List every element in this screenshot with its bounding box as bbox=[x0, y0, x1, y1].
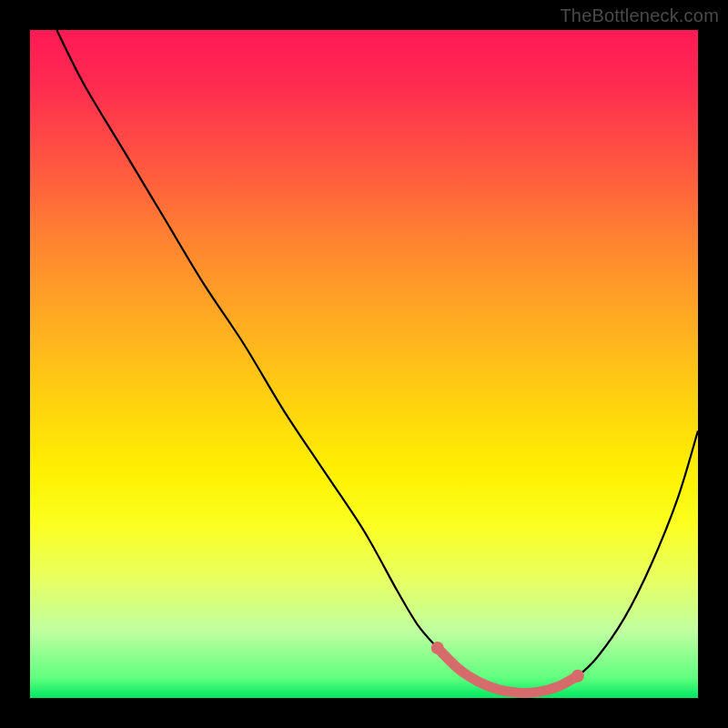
optimal-range-start-dot bbox=[431, 642, 444, 654]
optimal-range-end-dot bbox=[571, 670, 584, 682]
watermark-text: TheBottleneck.com bbox=[560, 5, 719, 26]
optimal-range-highlight bbox=[438, 648, 578, 693]
chart-overlay bbox=[30, 30, 698, 698]
bottleneck-curve bbox=[56, 30, 698, 693]
chart-container: TheBottleneck.com bbox=[0, 0, 728, 728]
